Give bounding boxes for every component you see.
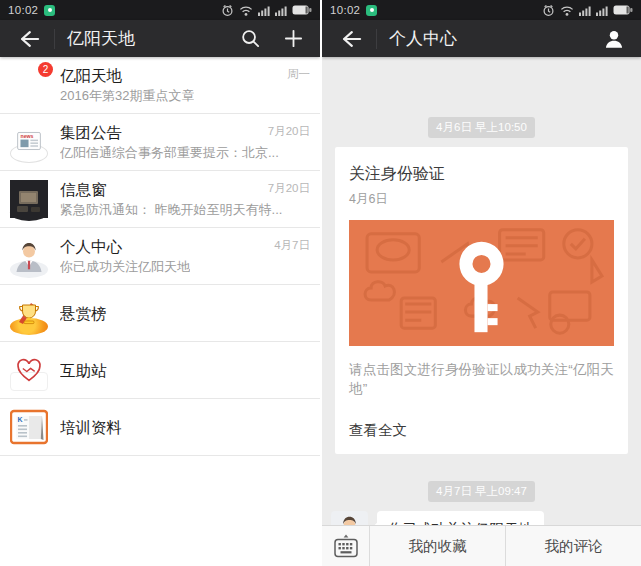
article-title: 关注身份验证: [349, 147, 614, 184]
list-item-time: 7月20日: [268, 181, 310, 196]
sender-avatar[interactable]: [331, 511, 368, 526]
status-bar: 10:02: [0, 0, 320, 20]
list-item-title: 亿阳天地: [60, 65, 194, 86]
keyboard-toggle-button[interactable]: [322, 526, 370, 566]
status-time: 10:02: [330, 4, 360, 16]
list-item-subtitle: 亿阳信通综合事务部重要提示：北京...: [60, 143, 279, 162]
signal-icon-sim1: [579, 5, 591, 16]
article-description: 请点击图文进行身份验证以成功关注“亿阳天地”: [349, 360, 614, 398]
back-button[interactable]: [334, 24, 366, 54]
app-bar: 亿阳天地: [0, 20, 320, 57]
list-item-subtitle: 你已成功关注亿阳天地: [60, 257, 190, 276]
timestamp-badge: 4月7日 早上09:47: [428, 481, 535, 502]
list-item-reward-board[interactable]: 悬赏榜: [0, 285, 320, 342]
message-bubble[interactable]: 你已成功关注亿阳天地: [377, 511, 544, 526]
chat-history[interactable]: 4月6日 早上10:50 关注身份验证 4月6日: [322, 57, 641, 526]
list-item-title: 互助站: [60, 360, 107, 381]
page-title: 亿阳天地: [67, 27, 135, 50]
message-row: 你已成功关注亿阳天地: [322, 511, 641, 526]
profile-icon[interactable]: [599, 24, 629, 54]
left-screen: 10:02 亿阳天地: [0, 0, 320, 566]
notification-chat-icon: [44, 5, 55, 16]
search-icon[interactable]: [236, 24, 265, 53]
timestamp-badge: 4月6日 早上10:50: [428, 117, 535, 138]
photo-thumbnail-icon: [10, 180, 48, 218]
battery-icon: [613, 5, 633, 15]
status-bar: 10:02: [322, 0, 641, 20]
status-icons: [221, 4, 312, 17]
list-item-title: 悬赏榜: [60, 303, 107, 324]
app-bar: 个人中心: [322, 20, 641, 57]
trophy-icon: [10, 294, 48, 332]
wifi-icon: [239, 5, 253, 16]
right-screen: 10:02 个人中心 4月6日 早上10:50: [322, 0, 641, 566]
list-item-mutual-aid[interactable]: 互助站: [0, 342, 320, 399]
list-item-title: 个人中心: [60, 236, 190, 257]
my-favorites-button[interactable]: 我的收藏: [370, 526, 506, 566]
list-item-title: 培训资料: [60, 417, 122, 438]
list-item-group-announcement[interactable]: news 集团公告 亿阳信通综合事务部重要提示：北京... 7月20日: [0, 114, 320, 171]
spiral-logo-icon: 2: [10, 66, 48, 104]
page-title: 个人中心: [389, 27, 457, 50]
list-item-time: 7月20日: [268, 124, 310, 139]
list-item-subtitle: 紧急防汛通知： 昨晚开始至明天有特...: [60, 200, 282, 219]
list-item-subtitle: 2016年第32期重点文章: [60, 86, 194, 105]
news-icon: news: [10, 123, 48, 161]
add-icon[interactable]: [279, 24, 308, 53]
wifi-icon: [560, 5, 574, 16]
my-comments-button[interactable]: 我的评论: [506, 526, 641, 566]
person-avatar-icon: [10, 237, 48, 275]
heart-handshake-icon: [10, 351, 48, 389]
list-item-info-window[interactable]: 信息窗 紧急防汛通知： 昨晚开始至明天有特... 7月20日: [0, 171, 320, 228]
back-button[interactable]: [12, 24, 44, 54]
list-item-yiyang-tiandi[interactable]: 2 亿阳天地 2016年第32期重点文章 周一: [0, 57, 320, 114]
book-icon: K: [10, 408, 48, 446]
status-icons: [542, 4, 633, 17]
list-item-time: 周一: [287, 67, 310, 82]
article-date: 4月6日: [349, 191, 614, 208]
list-item-training-materials[interactable]: K 培训资料: [0, 399, 320, 456]
header-divider: [54, 29, 55, 49]
signal-icon-sim2: [596, 5, 608, 16]
list-item-time: 4月7日: [274, 238, 310, 253]
dual-screenshot: 10:02 亿阳天地: [0, 0, 641, 566]
bottom-bar: 我的收藏 我的评论: [322, 525, 641, 566]
notification-chat-icon: [366, 5, 377, 16]
article-card[interactable]: 关注身份验证 4月6日: [335, 147, 628, 454]
list-item-title: 信息窗: [60, 179, 282, 200]
alarm-icon: [221, 4, 234, 17]
status-time: 10:02: [8, 4, 38, 16]
unread-badge: 2: [38, 62, 53, 77]
signal-icon-sim1: [258, 5, 270, 16]
signal-icon-sim2: [275, 5, 287, 16]
read-more-link[interactable]: 查看全文: [349, 421, 614, 440]
list-item-title: 集团公告: [60, 122, 279, 143]
article-cover-image[interactable]: [349, 220, 614, 346]
list-item-personal-center[interactable]: 个人中心 你已成功关注亿阳天地 4月7日: [0, 228, 320, 285]
alarm-icon: [542, 4, 555, 17]
battery-icon: [292, 5, 312, 15]
header-divider: [376, 29, 377, 49]
